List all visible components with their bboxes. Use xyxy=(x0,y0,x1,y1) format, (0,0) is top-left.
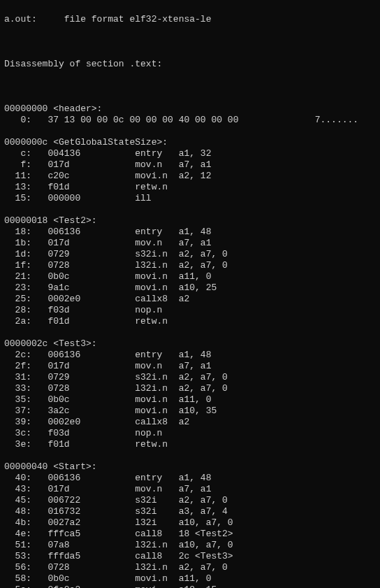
section-label: 0000000c <GetGlobalStateSize>: xyxy=(4,137,376,148)
asm-line: 13: f01d retw.n xyxy=(4,182,376,193)
asm-line: 4e: fffca5 call8 18 <Test2> xyxy=(4,529,376,540)
asm-line: 5a: 0fa0a2 movi a10, 15 xyxy=(4,585,376,588)
asm-line: 11: c20c movi.n a2, 12 xyxy=(4,171,376,182)
asm-line: 2a: f01d retw.n xyxy=(4,316,376,327)
asm-line: 1b: 017d mov.n a7, a1 xyxy=(4,238,376,249)
asm-line: 35: 0b0c movi.n a11, 0 xyxy=(4,394,376,406)
blank-line xyxy=(4,126,376,137)
asm-line: 15: 000000 ill xyxy=(4,193,376,204)
asm-line: 31: 0729 s32i.n a2, a7, 0 xyxy=(4,372,376,383)
asm-line: 48: 016732 s32i a3, a7, 4 xyxy=(4,506,376,517)
asm-line: 1f: 0728 l32i.n a2, a7, 0 xyxy=(4,260,376,271)
asm-line: 51: 07a8 l32i.n a10, a7, 0 xyxy=(4,540,376,551)
blank-line xyxy=(4,204,376,215)
asm-line: 28: f03d nop.n xyxy=(4,305,376,316)
sections-container: 00000000 <header>: 0: 37 13 00 00 0c 00 … xyxy=(4,103,376,588)
blank-line xyxy=(4,81,376,92)
asm-line: 2c: 006136 entry a1, 48 xyxy=(4,350,376,361)
section-label: 0000002c <Test3>: xyxy=(4,338,376,350)
file-format-line: a.out: file format elf32-xtensa-le xyxy=(4,14,376,25)
blank-line xyxy=(4,327,376,338)
asm-line: 58: 0b0c movi.n a11, 0 xyxy=(4,573,376,585)
asm-line: 3c: f03d nop.n xyxy=(4,428,376,439)
asm-line: 39: 0002e0 callx8 a2 xyxy=(4,417,376,428)
asm-line: 43: 017d mov.n a7, a1 xyxy=(4,484,376,495)
section-label: 00000018 <Test2>: xyxy=(4,215,376,227)
asm-line: 23: 9a1c movi.n a10, 25 xyxy=(4,282,376,294)
blank-line xyxy=(4,450,376,461)
asm-line: 40: 006136 entry a1, 48 xyxy=(4,473,376,484)
asm-line: 56: 0728 l32i.n a2, a7, 0 xyxy=(4,562,376,573)
asm-line: 1d: 0729 s32i.n a2, a7, 0 xyxy=(4,249,376,260)
asm-line: 45: 006722 s32i a2, a7, 0 xyxy=(4,495,376,506)
section-label: 00000000 <header>: xyxy=(4,103,376,115)
asm-line: 53: fffda5 call8 2c <Test3> xyxy=(4,551,376,562)
asm-line: c: 004136 entry a1, 32 xyxy=(4,148,376,159)
asm-line: 25: 0002e0 callx8 a2 xyxy=(4,294,376,305)
asm-line: f: 017d mov.n a7, a1 xyxy=(4,159,376,171)
disassembly-output: a.out: file format elf32-xtensa-le Disas… xyxy=(0,0,380,588)
asm-line: 0: 37 13 00 00 0c 00 00 00 40 00 00 00 7… xyxy=(4,115,376,126)
asm-line: 37: 3a2c movi.n a10, 35 xyxy=(4,406,376,417)
asm-line: 21: 0b0c movi.n a11, 0 xyxy=(4,271,376,282)
asm-line: 33: 0728 l32i.n a2, a7, 0 xyxy=(4,383,376,394)
asm-line: 3e: f01d retw.n xyxy=(4,439,376,450)
asm-line: 4b: 0027a2 l32i a10, a7, 0 xyxy=(4,517,376,529)
disassembly-title: Disassembly of section .text: xyxy=(4,59,376,70)
section-label: 00000040 <Start>: xyxy=(4,461,376,473)
asm-line: 2f: 017d mov.n a7, a1 xyxy=(4,361,376,372)
asm-line: 18: 006136 entry a1, 48 xyxy=(4,227,376,238)
